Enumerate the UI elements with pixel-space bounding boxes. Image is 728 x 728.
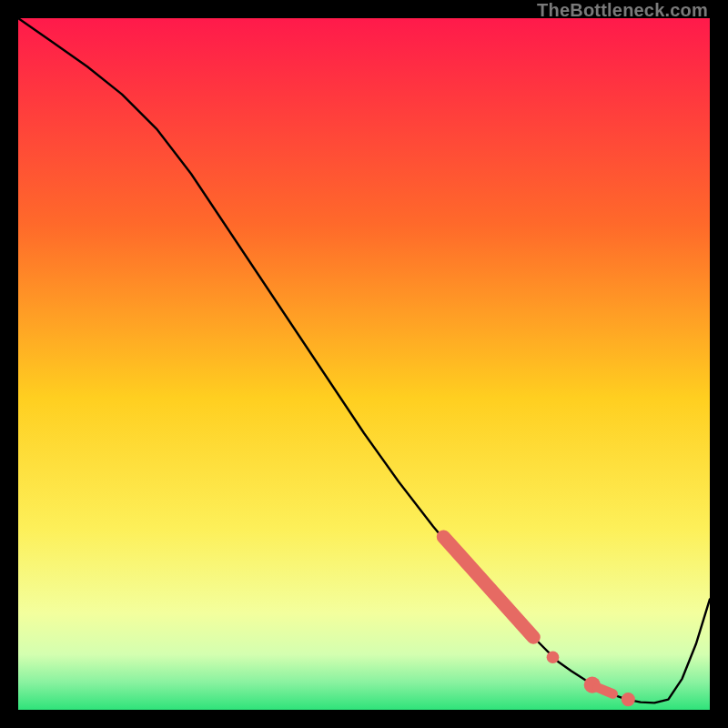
marker-dot [547, 651, 560, 663]
marker-segment [598, 688, 613, 694]
watermark-text: TheBottleneck.com [537, 0, 708, 21]
marker-dot [622, 693, 635, 706]
gradient-background [18, 18, 710, 710]
bottleneck-chart [18, 18, 710, 710]
